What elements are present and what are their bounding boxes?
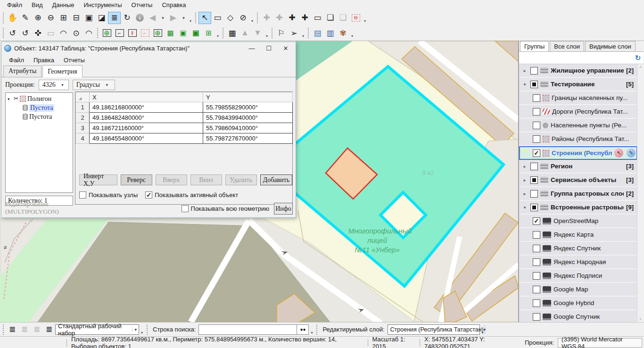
- frame-disabled-icon[interactable]: ⌐: [139, 27, 151, 39]
- toolbar-overflow-icon[interactable]: ▾: [188, 12, 193, 24]
- layer-group-row[interactable]: ▸ Регион [3]: [519, 160, 637, 174]
- toolbar-grip[interactable]: [256, 12, 259, 24]
- geometry-union-icon[interactable]: ▣: [190, 27, 202, 39]
- toolbar-overflow-icon[interactable]: ▾: [249, 12, 255, 24]
- add-frame-icon[interactable]: ▭: [311, 12, 324, 24]
- close-icon[interactable]: ✕: [279, 44, 293, 53]
- add-button[interactable]: Добавить: [260, 174, 292, 185]
- tree-expander-icon[interactable]: ▾: [8, 97, 12, 101]
- arc-add-icon[interactable]: ◠: [57, 27, 70, 39]
- select-arrow-icon[interactable]: ↖: [198, 12, 211, 24]
- rotate-object-icon[interactable]: ↺: [19, 27, 32, 39]
- expander-icon[interactable]: ▾: [521, 82, 528, 87]
- rotate-x-icon[interactable]: ↺: [6, 27, 19, 39]
- toolbar-overflow-icon[interactable]: ▾: [480, 323, 486, 336]
- x-cell[interactable]: 49.186455480000°: [90, 133, 203, 144]
- toolbar-overflow-icon[interactable]: ▾: [349, 27, 355, 39]
- move-down-icon[interactable]: ▼: [251, 27, 264, 39]
- edit-layer-icon[interactable]: ✎: [627, 149, 636, 157]
- toolbar-grip[interactable]: [222, 27, 224, 39]
- toolbar-overflow-icon[interactable]: ▾: [215, 27, 221, 39]
- snap-to-vertex-icon[interactable]: ⚐: [275, 27, 288, 39]
- tab-groups[interactable]: Группы: [520, 41, 549, 51]
- zoom-in-icon[interactable]: ⊕: [32, 12, 44, 24]
- layer-group-row[interactable]: ▾ Встроенные растровые сл... [9]: [519, 201, 637, 215]
- frame-add-corner-icon[interactable]: ⊕: [151, 27, 164, 39]
- layer-row[interactable]: Google Map: [519, 283, 637, 297]
- nav-forward-dropdown-icon[interactable]: ▾: [180, 12, 188, 24]
- layer-row[interactable]: Яндекс Карта: [519, 228, 637, 242]
- scroll-up-icon[interactable]: ˄: [639, 65, 642, 69]
- edit-layer-select[interactable]: Строения (Республика Татарстан) ▾: [388, 324, 480, 335]
- x-cell[interactable]: 49.186721160000°: [90, 123, 203, 133]
- move-up-button[interactable]: Вверх: [156, 174, 187, 185]
- maximize-icon[interactable]: ☐: [262, 44, 276, 53]
- tab-geometry[interactable]: Геометрия: [42, 65, 82, 77]
- tree-node-hole[interactable]: Пустота: [6, 103, 73, 112]
- layer-checkbox[interactable]: [530, 163, 538, 170]
- move-down-button[interactable]: Вниз: [190, 174, 222, 185]
- layer-row[interactable]: ✓ OpenStreetMap: [519, 215, 637, 228]
- x-cell[interactable]: 49.186482480000°: [90, 113, 203, 123]
- layer-row[interactable]: Google Hybrid: [519, 297, 637, 310]
- layer-checkbox[interactable]: [533, 272, 540, 280]
- expander-icon[interactable]: ▸: [521, 178, 528, 182]
- info-button[interactable]: Инфо: [274, 203, 293, 215]
- select-polygon-icon[interactable]: ◇: [224, 12, 237, 24]
- add-by-coordinates-icon[interactable]: ✚: [298, 12, 311, 24]
- minimize-icon[interactable]: —: [245, 44, 259, 53]
- layer-row-selected[interactable]: ✓ Строения (Республи... ↖ ✎: [519, 146, 637, 160]
- tab-all-layers[interactable]: Все слои: [550, 41, 584, 51]
- layer-group-row[interactable]: ▸ Жилищное управление [2]: [519, 64, 637, 78]
- snap-to-node-icon[interactable]: ➢: [288, 27, 300, 39]
- zoom-out-icon[interactable]: ⊖: [44, 12, 57, 24]
- layer-group-row[interactable]: ▸ Группа растровых слоев [2]: [519, 187, 637, 201]
- tree-node-hole[interactable]: Пустота: [6, 112, 73, 121]
- expander-icon[interactable]: ▸: [521, 68, 528, 73]
- zoom-frame-icon[interactable]: ▣: [83, 12, 95, 24]
- reverse-button[interactable]: Реверс: [121, 174, 152, 185]
- invert-xy-button[interactable]: Инверт Х,У: [79, 174, 117, 185]
- layer-checkbox[interactable]: [533, 313, 540, 321]
- layer-checkbox[interactable]: [530, 190, 538, 198]
- arc-remove-icon[interactable]: ◠: [83, 27, 95, 39]
- toolbar-grip[interactable]: [2, 27, 5, 39]
- workset-star-icon[interactable]: ≣: [6, 324, 18, 334]
- table-row[interactable]: 4 49.186455480000° 55.798727670000°: [76, 133, 293, 144]
- toolbar-grip[interactable]: [316, 324, 318, 335]
- show-all-geometry-checkbox[interactable]: Показывать всю геометрию: [182, 205, 269, 212]
- column-header-x[interactable]: X: [90, 92, 203, 102]
- y-cell[interactable]: 55.798558290000°: [203, 102, 293, 113]
- toolbar-overflow-icon[interactable]: ▾: [264, 27, 270, 39]
- add-object-by-point-icon[interactable]: ✚: [273, 12, 286, 24]
- toolbar-overflow-icon[interactable]: ▾: [300, 27, 306, 39]
- toolbar-grip[interactable]: [97, 27, 99, 39]
- layer-checkbox[interactable]: ✓: [533, 217, 540, 225]
- table-row[interactable]: 2 49.186482480000° 55.798439940000°: [76, 113, 293, 123]
- show-nodes-checkbox[interactable]: Показывать узлы: [79, 191, 138, 199]
- menu-reports[interactable]: Отчеты: [127, 0, 157, 9]
- menu-file[interactable]: Файл: [3, 0, 26, 9]
- toolbar-grip[interactable]: [195, 12, 197, 24]
- toolbar-overflow-icon[interactable]: ▾: [139, 323, 145, 336]
- menu-data[interactable]: Данные: [48, 0, 79, 9]
- layer-checkbox[interactable]: [533, 286, 540, 293]
- menu-help[interactable]: Справка: [157, 0, 190, 9]
- add-object-icon[interactable]: ✚: [260, 12, 273, 24]
- expander-icon[interactable]: ▸: [521, 164, 528, 169]
- layer-checkbox[interactable]: [533, 108, 540, 116]
- map-canvas[interactable]: Многопрофильный лицей №11 «Унбер» 9 к2 ≠…: [0, 41, 519, 322]
- stretch-frame-icon[interactable]: ▭: [44, 27, 57, 39]
- expander-icon[interactable]: ▸: [521, 191, 528, 196]
- dialog-menu-file[interactable]: Файл: [5, 56, 28, 65]
- layer-group-row[interactable]: ▸ Сервисные объекты [3]: [519, 174, 637, 187]
- nav-back-dropdown-icon[interactable]: ▾: [159, 12, 167, 24]
- add-vertex-icon[interactable]: ✚: [286, 12, 298, 24]
- move-up-icon[interactable]: ▲: [239, 27, 251, 39]
- refresh-icon[interactable]: ↻: [632, 54, 644, 62]
- delete-object-icon[interactable]: ⊖: [349, 12, 362, 24]
- measure-icon[interactable]: ✎: [19, 12, 32, 24]
- frame-add-icon[interactable]: ⊕: [100, 27, 113, 39]
- scroll-down-icon[interactable]: ˅: [639, 317, 642, 321]
- layer-row[interactable]: Населенные пункты (Ре...: [519, 119, 637, 133]
